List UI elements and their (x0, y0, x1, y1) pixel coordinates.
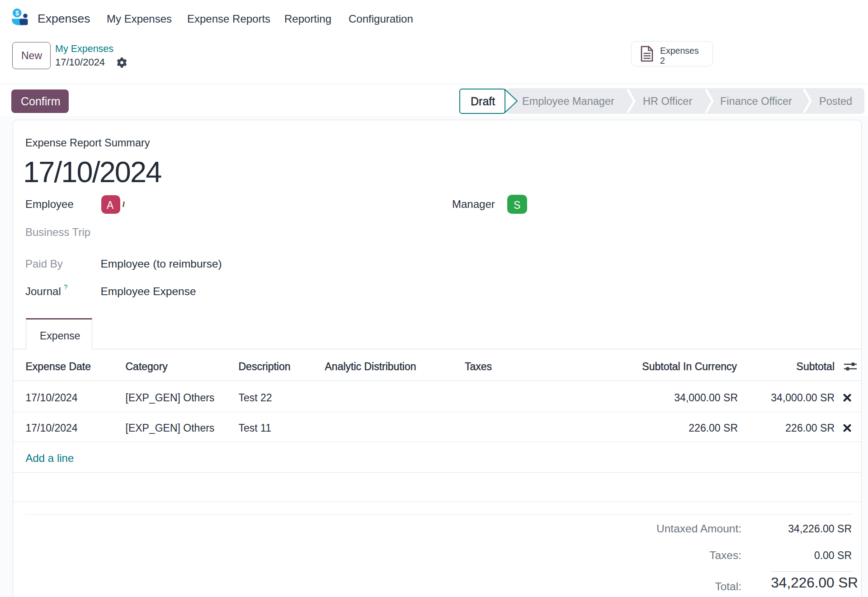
svg-text:$: $ (15, 9, 19, 17)
